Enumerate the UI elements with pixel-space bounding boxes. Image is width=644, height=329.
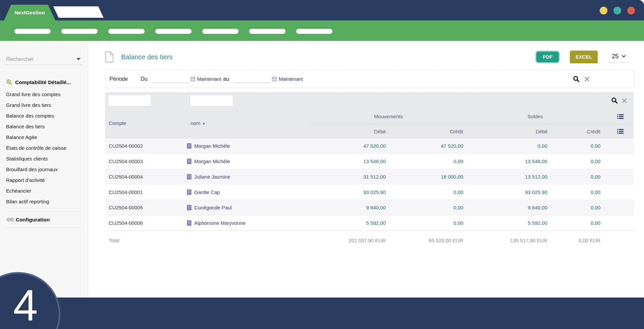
sidebar-section-configuration[interactable]: ⚙⚙ Configuration [6, 216, 83, 223]
window-dot-teal[interactable] [613, 7, 621, 14]
total-sold-credit: 0,00 EUR [551, 238, 604, 243]
top-title-bar: NextGestion [0, 0, 644, 20]
column-list-icon[interactable] [617, 114, 624, 119]
sidebar-item-grand-livre-comptes[interactable]: Grand livre des comptes [5, 89, 83, 100]
total-label: Total [105, 238, 187, 243]
nav-item-placeholder-6[interactable] [249, 29, 285, 34]
column-list-icon[interactable] [617, 129, 624, 134]
cell-sold-credit: 0,00 [551, 205, 604, 210]
chevron-down-icon [622, 55, 626, 58]
company-icon [187, 158, 192, 164]
window-dot-red[interactable] [627, 7, 635, 14]
cell-mouv-credit: 0,00 [389, 220, 467, 226]
balance-table: Mouvements Soldes Débit Crédit Débit [105, 92, 634, 250]
period-to-now-link[interactable]: Maintenant [279, 76, 303, 82]
period-actions [573, 76, 590, 82]
table-subheader-row: Débit Crédit Débit Crédit [105, 124, 634, 138]
table-row[interactable]: CU2504-00001 Gardie Cap 93 025,90 0,00 9… [105, 185, 634, 200]
excel-button[interactable]: EXCEL [570, 51, 598, 63]
table-row[interactable]: CU2504-00004 Juliane Jasmine 31 512,00 1… [105, 169, 634, 185]
nav-item-placeholder-4[interactable] [155, 29, 192, 34]
sidebar-menu: Grand livre des comptes Grand livre des … [5, 89, 83, 207]
cell-sold-credit: 0,00 [551, 174, 604, 180]
table-total-row: Total 201 037,90 EUR 65 520,00 EUR 135 5… [105, 231, 634, 250]
chevron-down-icon [76, 58, 80, 60]
nav-item-placeholder-7[interactable] [296, 29, 332, 34]
cell-sold-credit: 0,00 [551, 189, 604, 195]
nav-item-placeholder-3[interactable] [108, 29, 145, 34]
company-icon [187, 189, 192, 195]
cell-mouv-credit: 0,00 [389, 189, 467, 195]
sidebar-item-statistiques-clients[interactable]: Statistiques clients [5, 153, 83, 164]
cell-nom: Morgan Michèle [187, 158, 310, 164]
group-header-soldes: Soldes [467, 109, 604, 124]
table-filter-actions [604, 97, 634, 104]
brand-tab[interactable]: NextGestion [4, 5, 55, 20]
page-size-select[interactable]: 25 [608, 52, 629, 63]
pdf-button[interactable]: PDF [535, 51, 560, 63]
nom-filter-input[interactable] [190, 95, 233, 106]
window-dot-yellow[interactable] [600, 7, 607, 14]
total-mouv-debit: 201 037,90 EUR [310, 238, 389, 243]
main-content: Balance des tiers PDF EXCEL 25 Période D… [88, 41, 644, 298]
cell-sold-debit: 5 592,00 [467, 220, 551, 226]
cell-mouv-debit: 5 592,00 [310, 220, 389, 226]
brand-logo-text: NextGestion [14, 10, 45, 15]
sidebar-item-brouillard-journaux[interactable]: Brouillard des journaux [5, 164, 83, 175]
total-mouv-credit: 65 520,00 EUR [389, 238, 467, 243]
table-row[interactable]: CU2504-00003 Morgan Michèle 13 548,00 0,… [105, 154, 634, 169]
sidebar-item-bilan-actif-reporting[interactable]: Bilan actif reporting [5, 196, 83, 207]
period-from-now-link[interactable]: Maintenant [197, 76, 221, 82]
col-header-nom[interactable]: nom ▲ [191, 120, 205, 126]
period-to-label: au [223, 76, 229, 82]
sidebar-search-select[interactable]: Rechercher [5, 54, 83, 65]
cell-compte: CU2504-00004 [105, 174, 187, 180]
cell-mouv-debit: 31 512,00 [310, 174, 389, 180]
cell-compte: CU2504-00003 [105, 158, 187, 164]
window-controls [600, 7, 635, 14]
nav-item-placeholder-2[interactable] [61, 29, 98, 34]
nav-item-placeholder-5[interactable] [202, 29, 238, 34]
sidebar-item-etats-controle-caisse[interactable]: États de contrôle de caisse [5, 142, 83, 153]
search-icon[interactable] [573, 76, 580, 82]
table-filter-row [105, 92, 634, 109]
group-header-mouvements: Mouvements [310, 109, 467, 124]
nav-item-placeholder-1[interactable] [14, 29, 51, 34]
sidebar-item-rapport-activite[interactable]: Rapport d'activité [5, 175, 83, 185]
sidebar-section-title: Comptabilité Détaillé... [15, 79, 71, 85]
cell-nom: Alphonsine Maryvonne [187, 220, 310, 226]
cell-sold-credit: 0,00 [551, 143, 604, 149]
cell-mouv-debit: 9 840,00 [310, 205, 389, 210]
clear-icon[interactable] [622, 98, 627, 103]
period-from-input[interactable] [152, 75, 189, 83]
sidebar-item-balance-comptes[interactable]: Balance des comptes [5, 110, 83, 121]
sidebar-item-balance-agee[interactable]: Balance Agée [5, 132, 83, 142]
table-row[interactable]: CU2504-00002 Morgan Michèle 47 520,00 47… [105, 138, 634, 154]
cell-mouv-debit: 13 548,00 [310, 158, 389, 164]
table-group-header-row: Mouvements Soldes [105, 109, 634, 124]
sidebar-config-title: Configuration [16, 217, 50, 223]
sidebar-section-comptabilite[interactable]: $ Comptabilité Détaillé... [6, 79, 83, 85]
gears-icon: ⚙⚙ [6, 216, 13, 223]
cell-sold-debit: 9 840,00 [467, 205, 551, 210]
sidebar-item-balance-tiers[interactable]: Balance des tiers [5, 121, 83, 132]
table-row[interactable]: CU2504-00006 Alphonsine Maryvonne 5 592,… [105, 215, 634, 231]
col-header-compte[interactable]: Compte [109, 120, 126, 126]
period-to-input[interactable] [233, 75, 271, 83]
clear-icon[interactable] [584, 76, 590, 82]
sidebar-item-echeancier[interactable]: Echéancier [5, 185, 83, 196]
cell-compte: CU2504-00005 [105, 205, 187, 210]
company-icon [187, 143, 192, 149]
calendar-icon[interactable] [272, 77, 277, 81]
search-placeholder: Rechercher [6, 56, 34, 62]
compte-filter-input[interactable] [108, 95, 151, 106]
cell-nom: Juliane Jasmine [187, 174, 310, 180]
table-row[interactable]: CU2504-00005 Cunégonde Paul 9 840,00 0,0… [105, 200, 634, 215]
title-row: Balance des tiers PDF EXCEL 25 [105, 48, 629, 66]
calendar-icon[interactable] [191, 77, 195, 81]
search-icon[interactable] [611, 97, 618, 104]
cell-sold-credit: 0,00 [551, 220, 604, 226]
page-size-value: 25 [612, 53, 619, 60]
sidebar-item-grand-livre-tiers[interactable]: Grand livre des tiers [5, 100, 83, 110]
step-number: 4 [13, 283, 38, 328]
